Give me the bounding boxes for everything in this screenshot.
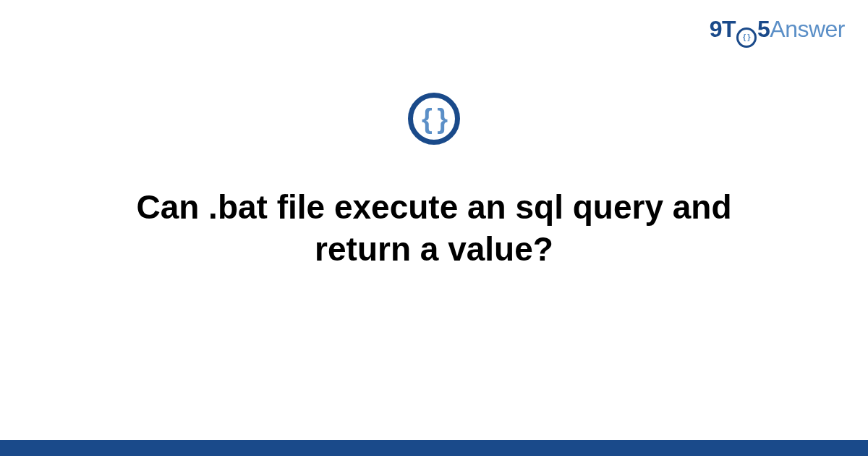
logo-text-9t: 9T <box>710 16 736 43</box>
question-title: Can .bat file execute an sql query and r… <box>43 187 825 270</box>
logo-text-answer: Answer <box>770 16 845 43</box>
site-logo[interactable]: 9T { } 5 Answer <box>710 16 845 45</box>
logo-o-wrap: { } <box>736 25 757 45</box>
logo-text-5: 5 <box>757 16 770 43</box>
logo-o-ring: { } <box>736 28 757 48</box>
logo-o-braces-icon: { } <box>743 33 750 41</box>
braces-glyph-icon: { } <box>422 105 446 132</box>
footer-accent-bar <box>0 440 868 456</box>
code-braces-icon: { } <box>408 93 460 145</box>
main-content: { } Can .bat file execute an sql query a… <box>0 93 868 270</box>
